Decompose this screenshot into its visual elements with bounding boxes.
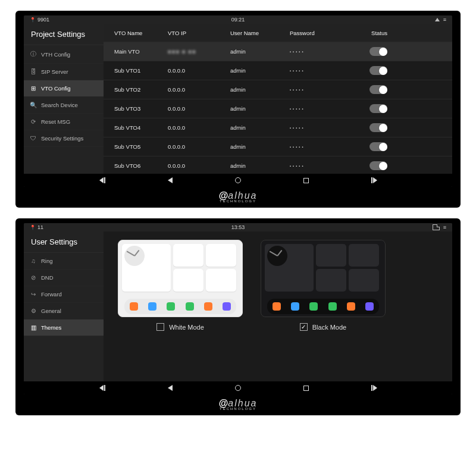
nav-recent-icon[interactable] <box>303 386 309 391</box>
status-toggle[interactable] <box>369 142 387 151</box>
sidebar-item-search-device[interactable]: 🔍Search Device <box>24 97 104 114</box>
cell-password: ••••• <box>290 69 349 73</box>
status-left-label: 9901 <box>37 17 49 23</box>
theme-white-card: White Mode <box>118 240 243 331</box>
cell-password: ••••• <box>290 107 349 111</box>
cell-ip: 0.0.0.0 <box>168 86 230 93</box>
status-toggle[interactable] <box>369 161 387 170</box>
location-icon: 📍 <box>30 17 36 23</box>
sidebar-item-ring[interactable]: ♫Ring <box>24 253 104 270</box>
dock-app-icon <box>130 302 138 311</box>
sidebar-item-dnd[interactable]: ⊘DND <box>24 270 104 286</box>
cell-user: admin <box>230 86 290 93</box>
table-row[interactable]: Sub VTO10.0.0.0admin••••• <box>104 61 452 80</box>
content-area: White Mode <box>104 231 452 381</box>
white-mode-checkbox[interactable] <box>156 323 164 331</box>
sidebar-item-icon: ♫ <box>30 258 37 264</box>
cell-user: admin <box>230 48 290 55</box>
sidebar-item-vth-config[interactable]: ⓘVTH Config <box>24 45 104 64</box>
sidebar-item-icon: ⟳ <box>30 118 37 125</box>
status-toggle[interactable] <box>369 104 387 113</box>
sdcard-icon <box>433 224 440 230</box>
sidebar-item-security-settings[interactable]: 🛡Security Settings <box>24 130 104 147</box>
sidebar-item-icon: ⓘ <box>30 50 37 58</box>
sidebar-item-general[interactable]: ⚙General <box>24 303 104 320</box>
table-row[interactable]: Sub VTO30.0.0.0admin••••• <box>104 99 452 118</box>
dock-app-icon <box>328 302 337 311</box>
nav-recent-icon[interactable] <box>303 178 309 183</box>
table-header: VTO Name VTO IP User Name Password Statu… <box>104 24 452 42</box>
col-ip: VTO IP <box>168 30 230 36</box>
cell-name: Sub VTO4 <box>114 124 168 131</box>
cell-name: Sub VTO2 <box>114 86 168 93</box>
nav-prev-icon[interactable] <box>99 385 105 391</box>
sidebar: User Settings ♫Ring⊘DND↪Forward⚙General▥… <box>24 231 104 381</box>
nav-next-icon[interactable] <box>371 385 377 391</box>
device-frame: 📍 9901 09:21 ≡ Project Settings ⓘVTH Con… <box>15 11 461 208</box>
table-row[interactable]: Main VTO■■■ ■ ■■admin••••• <box>104 42 452 61</box>
brand-logo: @alhua TECHNOLOGY <box>24 187 452 204</box>
dock-app-icon <box>347 302 355 311</box>
sidebar-item-sip-server[interactable]: 🗄SIP Server <box>24 64 104 80</box>
android-nav-bar <box>24 381 452 394</box>
cell-ip: 0.0.0.0 <box>168 105 230 112</box>
sidebar-item-label: Reset MSG <box>41 118 70 125</box>
theme-white-preview[interactable] <box>118 240 243 317</box>
cell-password: ••••• <box>290 88 349 92</box>
dock-app-icon <box>148 302 156 311</box>
nav-prev-icon[interactable] <box>99 177 105 183</box>
sidebar-item-reset-msg[interactable]: ⟳Reset MSG <box>24 114 104 130</box>
status-time: 13:53 <box>231 224 245 230</box>
table-row[interactable]: Sub VTO20.0.0.0admin••••• <box>104 80 452 99</box>
cell-ip: ■■■ ■ ■■ <box>168 48 230 55</box>
status-toggle[interactable] <box>369 85 387 94</box>
cell-name: Sub VTO1 <box>114 67 168 74</box>
brand-logo: @alhua TECHNOLOGY <box>24 394 452 412</box>
sidebar-item-forward[interactable]: ↪Forward <box>24 286 104 303</box>
sidebar: Project Settings ⓘVTH Config🗄SIP Server⊞… <box>24 24 104 174</box>
sidebar-item-themes[interactable]: ▥Themes <box>24 320 104 336</box>
nav-back-icon[interactable] <box>168 385 173 391</box>
col-pwd: Password <box>290 30 349 36</box>
theme-black-card: Black Mode <box>261 240 386 331</box>
dock-app-icon <box>186 302 194 311</box>
sidebar-item-label: Search Device <box>41 102 78 108</box>
nav-home-icon[interactable] <box>235 385 241 391</box>
col-status: Status <box>349 30 391 36</box>
black-mode-checkbox[interactable] <box>300 323 308 331</box>
nav-home-icon[interactable] <box>235 177 241 183</box>
table-row[interactable]: Sub VTO50.0.0.0admin••••• <box>104 137 452 156</box>
dock-app-icon <box>309 302 318 311</box>
sidebar-item-label: General <box>41 308 61 314</box>
cell-user: admin <box>230 162 290 169</box>
theme-black-preview[interactable] <box>261 240 386 317</box>
sidebar-title: Project Settings <box>24 24 104 45</box>
sidebar-item-icon: ⊞ <box>30 85 37 92</box>
table-row[interactable]: Sub VTO40.0.0.0admin••••• <box>104 118 452 137</box>
menu-icon[interactable]: ≡ <box>443 224 446 230</box>
cell-user: admin <box>230 143 290 150</box>
sidebar-item-label: VTH Config <box>41 51 70 58</box>
sidebar-title: User Settings <box>24 231 104 253</box>
table-row[interactable]: Sub VTO60.0.0.0admin••••• <box>104 156 452 175</box>
black-mode-label: Black Mode <box>312 324 346 331</box>
dock-app-icon <box>291 302 299 311</box>
cell-name: Main VTO <box>114 48 168 55</box>
cell-ip: 0.0.0.0 <box>168 143 230 150</box>
sidebar-item-icon: 🛡 <box>30 135 37 142</box>
status-toggle[interactable] <box>369 47 387 56</box>
cell-user: admin <box>230 124 290 131</box>
status-toggle[interactable] <box>369 66 387 75</box>
menu-icon[interactable]: ≡ <box>443 17 446 23</box>
status-time: 09:21 <box>231 17 245 23</box>
col-name: VTO Name <box>114 30 168 36</box>
nav-next-icon[interactable] <box>371 177 377 183</box>
status-toggle[interactable] <box>369 123 387 132</box>
sidebar-item-vto-config[interactable]: ⊞VTO Config <box>24 80 104 97</box>
cell-ip: 0.0.0.0 <box>168 67 230 74</box>
cell-password: ••••• <box>290 50 349 54</box>
sidebar-item-label: SIP Server <box>41 68 68 75</box>
cell-ip: 0.0.0.0 <box>168 124 230 131</box>
nav-back-icon[interactable] <box>168 177 173 183</box>
cell-name: Sub VTO3 <box>114 105 168 112</box>
